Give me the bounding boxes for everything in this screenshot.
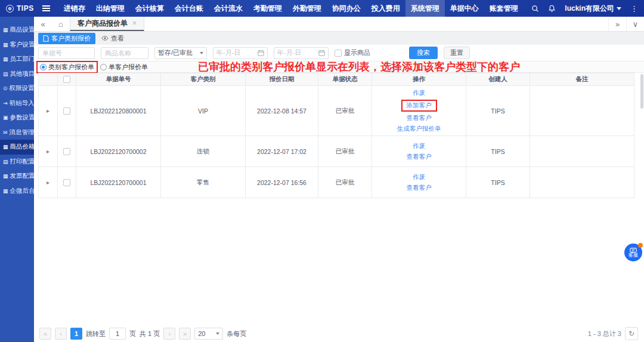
sidebar-item-canshu-shezhi[interactable]: ▣参数设置 bbox=[0, 110, 34, 125]
radio-category-customer-quote[interactable]: 类别客户报价单 bbox=[36, 61, 98, 73]
cell-category: 连锁 bbox=[161, 136, 246, 167]
void-link[interactable]: 作废 bbox=[413, 89, 425, 97]
cell-remark bbox=[530, 136, 634, 167]
view-customer-link[interactable]: 查看客户 bbox=[407, 114, 432, 122]
date-end-input[interactable]: 年-月-日 bbox=[274, 47, 329, 59]
sidebar-item-quanxian-shezhi[interactable]: ⊙权限设置 bbox=[0, 81, 34, 96]
generate-customer-quote-link[interactable]: 生成客户报价单 bbox=[397, 125, 441, 133]
radio-single-customer-quote[interactable]: 单客户报价单 bbox=[98, 62, 150, 72]
bell-icon[interactable] bbox=[548, 5, 556, 13]
shield-icon: ⊙ bbox=[3, 85, 8, 91]
row-checkbox[interactable] bbox=[63, 107, 70, 115]
cell-category: VIP bbox=[161, 86, 246, 135]
next-page-button[interactable]: › bbox=[163, 328, 175, 340]
close-icon[interactable]: × bbox=[132, 19, 137, 27]
view-customer-link[interactable]: 查看客户 bbox=[407, 153, 432, 161]
last-page-button[interactable]: » bbox=[179, 328, 191, 340]
reset-button[interactable]: 重置 bbox=[444, 47, 470, 59]
checkbox-icon[interactable] bbox=[63, 76, 70, 83]
column-header-category: 客户类别 bbox=[161, 73, 246, 85]
per-page-label: 条每页 bbox=[227, 329, 246, 338]
current-page-button[interactable]: 1 bbox=[70, 328, 82, 340]
prev-page-button[interactable]: ‹ bbox=[55, 328, 67, 340]
add-customer-link[interactable]: 添加客户 bbox=[401, 100, 437, 112]
row-checkbox[interactable] bbox=[63, 148, 70, 155]
sidebar-item-yuangong-bumen[interactable]: ▦员工部门 bbox=[0, 52, 34, 67]
table-row: ▸ LBJ2022120800001 VIP 2022-12-08 14:57 … bbox=[38, 86, 634, 136]
more-options-icon[interactable]: ⋮ bbox=[630, 4, 638, 13]
show-product-checkbox[interactable]: 显示商品 bbox=[335, 48, 370, 57]
import-icon: ⇥ bbox=[3, 100, 8, 106]
settings-icon: ▣ bbox=[3, 115, 8, 121]
collapse-sidebar-icon[interactable]: « bbox=[34, 17, 52, 31]
product-name-input[interactable] bbox=[101, 47, 148, 59]
row-checkbox[interactable] bbox=[63, 179, 70, 186]
void-link[interactable]: 作废 bbox=[413, 173, 425, 181]
expand-row-icon[interactable]: ▸ bbox=[47, 179, 49, 186]
search-button[interactable]: 搜索 bbox=[409, 47, 438, 59]
home-icon[interactable]: ⌂ bbox=[52, 17, 70, 31]
refresh-button[interactable]: ↻ bbox=[625, 327, 638, 340]
nav-item-xietong[interactable]: 协同办公 bbox=[327, 0, 366, 17]
cell-creator: TIPS bbox=[466, 167, 530, 198]
sidebar-item-shangpin-shezhi[interactable]: ▦商品设置 bbox=[0, 23, 34, 38]
table-header-row: 单据单号 客户类别 报价日期 单据状态 操作 创建人 备注 bbox=[38, 73, 634, 86]
sidebar-item-label: 权限设置 bbox=[10, 84, 35, 93]
tab-dropdown-icon[interactable]: ∨ bbox=[626, 17, 644, 31]
cell-date: 2022-12-07 17:02 bbox=[246, 136, 318, 167]
customer-service-label: 客服 bbox=[628, 253, 638, 258]
sidebar-item-fapiao-peizhi[interactable]: ▦发票配置 bbox=[0, 169, 34, 184]
nav-item-kuaiji-hesuan[interactable]: 会计核算 bbox=[130, 0, 169, 17]
status-select[interactable]: 暂存/已审批 bbox=[154, 47, 207, 59]
hamburger-menu-icon[interactable] bbox=[42, 4, 50, 13]
cell-status: 已审批 bbox=[318, 167, 372, 198]
void-link[interactable]: 作废 bbox=[413, 142, 425, 150]
nav-item-kaoqin[interactable]: 考勤管理 bbox=[248, 0, 287, 17]
nav-item-kuaiji-taizhang[interactable]: 会计台账 bbox=[169, 0, 209, 17]
tab-bar-right: » ∨ bbox=[608, 17, 644, 31]
first-page-button[interactable]: « bbox=[39, 328, 51, 340]
sidebar-item-qita-xiangmu[interactable]: ▤其他项目 bbox=[0, 67, 34, 82]
sidebar-item-label: 其他项目 bbox=[10, 70, 35, 78]
nav-item-zhangtao[interactable]: 账套管理 bbox=[484, 0, 524, 17]
sidebar-item-shangpin-jiage[interactable]: ▦商品价格 bbox=[0, 140, 34, 155]
table-row: ▸ LBJ2022120700002 连锁 2022-12-07 17:02 已… bbox=[38, 136, 634, 167]
sidebar-item-label: 企微后台 bbox=[10, 187, 35, 195]
sidebar-item-label: 商品设置 bbox=[10, 26, 35, 34]
order-no-input[interactable] bbox=[38, 47, 95, 59]
tab-customer-product-quote[interactable]: 客户商品报价单 × bbox=[70, 17, 144, 31]
nav-item-kuaiji-liushui[interactable]: 会计流水 bbox=[209, 0, 248, 17]
view-customer-link[interactable]: 查看客户 bbox=[407, 184, 432, 192]
tab-overflow-icon[interactable]: » bbox=[608, 17, 626, 31]
nav-item-chuna[interactable]: 出纳管理 bbox=[91, 0, 130, 17]
view-button[interactable]: 查看 bbox=[101, 34, 124, 43]
date-start-input[interactable]: 年-月-日 bbox=[213, 47, 268, 59]
expand-row-icon[interactable]: ▸ bbox=[47, 148, 49, 155]
sidebar-item-chushi-daoru[interactable]: ⇥初始导入 bbox=[0, 96, 34, 111]
brand-logo[interactable]: ⊗ TIPS bbox=[6, 4, 34, 13]
company-switcher[interactable]: luckin有限公司 bbox=[565, 4, 621, 14]
sidebar-item-qiwei-houtai[interactable]: ▦企微后台 bbox=[0, 184, 34, 199]
row-actions: 作废 查看客户 bbox=[407, 173, 432, 192]
customer-category-quote-button[interactable]: 客户类别报价 bbox=[38, 33, 95, 44]
pagination-bar: « ‹ 1 跳转至 页 共 1 页 › » 20 条每页 1 - 3 总计 3 … bbox=[34, 325, 644, 342]
vertical-scrollbar-thumb[interactable] bbox=[640, 74, 643, 109]
notification-dot bbox=[638, 243, 643, 248]
nav-item-jinxiaocun[interactable]: 进销存 bbox=[58, 0, 91, 17]
column-header-actions: 操作 bbox=[372, 73, 466, 85]
nav-item-waiqin[interactable]: 外勤管理 bbox=[287, 0, 327, 17]
sidebar-item-xiaoxi-guanli[interactable]: ✉消息管理 bbox=[0, 125, 34, 140]
jump-page-input[interactable] bbox=[109, 328, 126, 340]
page-size-select[interactable]: 20 bbox=[194, 328, 223, 340]
sidebar-item-dayin-peizhi[interactable]: ▤打印配置 bbox=[0, 155, 34, 170]
chevron-down-icon bbox=[200, 52, 203, 54]
nav-item-xitong-guanli[interactable]: 系统管理 bbox=[405, 0, 445, 17]
column-header-creator: 创建人 bbox=[466, 73, 530, 85]
nav-item-danju-zhongxin[interactable]: 单据中心 bbox=[445, 0, 484, 17]
nav-item-touru[interactable]: 投入费用 bbox=[366, 0, 405, 17]
expand-row-icon[interactable]: ▸ bbox=[47, 107, 49, 114]
sidebar-item-kehu-shezhi[interactable]: ▦客户设置 bbox=[0, 38, 34, 53]
quote-table: 单据单号 客户类别 报价日期 单据状态 操作 创建人 备注 ▸ LBJ20221… bbox=[38, 73, 634, 198]
search-icon[interactable] bbox=[531, 5, 539, 13]
customer-service-button[interactable]: 客服 bbox=[624, 244, 642, 261]
